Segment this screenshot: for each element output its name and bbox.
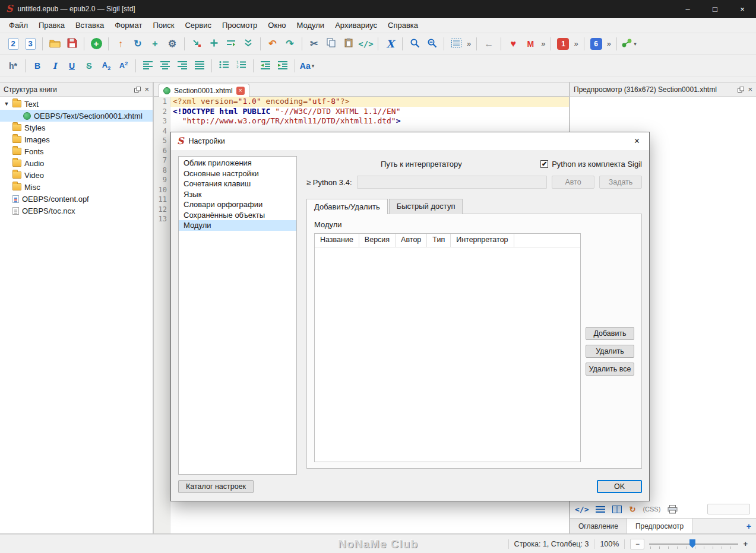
bold-button[interactable]: B — [29, 58, 46, 74]
superscript-button[interactable]: A2 — [115, 58, 132, 74]
set-button[interactable]: Задать — [599, 176, 642, 189]
module-action-button[interactable]: Добавить — [586, 327, 634, 340]
menu-item[interactable]: Вставка — [70, 18, 109, 32]
code-view-button[interactable]: </> — [358, 36, 374, 52]
numbered-list-button[interactable]: 12 — [233, 58, 249, 74]
modules-table[interactable]: НазваниеВерсияАвторТипИнтерпретатор — [314, 233, 581, 462]
modules-table-body[interactable] — [315, 247, 580, 462]
plugin-1-button[interactable]: 1 — [555, 36, 571, 52]
print-icon[interactable] — [668, 505, 678, 514]
tree-item[interactable]: OEBPS/toc.ncx — [0, 205, 153, 217]
modules-column-header[interactable]: Интерпретатор — [451, 234, 514, 247]
cut-button[interactable]: ✂ — [306, 36, 322, 52]
toolbar-overflow-icon[interactable]: » — [572, 39, 580, 48]
edit-toc-button[interactable]: + — [147, 36, 163, 52]
menu-item[interactable]: Правка — [33, 18, 70, 32]
indent-button[interactable] — [274, 58, 291, 74]
bullet-list-button[interactable] — [216, 58, 232, 74]
tab-close-icon[interactable]: × — [236, 87, 245, 95]
preview-refresh-icon[interactable]: ↻ — [629, 506, 635, 513]
plugin-6-button[interactable]: 6 — [588, 36, 605, 52]
menu-item[interactable]: Архивариус — [330, 18, 382, 32]
new-epub2-button[interactable]: 2 — [5, 36, 21, 52]
ok-button[interactable]: OK — [597, 480, 642, 493]
minimize-button[interactable]: – — [674, 0, 701, 18]
menu-item[interactable]: Поиск — [147, 18, 179, 32]
back-button[interactable]: ← — [480, 36, 497, 52]
insert-link-button[interactable] — [223, 36, 239, 52]
module-action-button[interactable]: Удалить — [586, 345, 634, 358]
dialog-close-icon[interactable]: × — [631, 136, 643, 147]
prefs-category-item[interactable]: Язык — [179, 189, 296, 200]
zoom-out-button[interactable]: − — [630, 539, 644, 549]
modules-column-header[interactable]: Название — [315, 234, 359, 247]
code-line[interactable]: 2<!DOCTYPE html PUBLIC "-//W3C//DTD XHTM… — [154, 107, 569, 117]
mail-button[interactable]: M — [522, 36, 539, 52]
plugin-manager-button[interactable]: ▾ — [621, 36, 637, 52]
modules-column-header[interactable]: Версия — [359, 234, 396, 247]
zoom-in-button[interactable]: + — [743, 539, 748, 548]
menu-item[interactable]: Модули — [292, 18, 330, 32]
menu-item[interactable]: Сервис — [179, 18, 217, 32]
tree-item[interactable]: ▼ Text — [0, 98, 153, 110]
tree-caret[interactable]: ▼ — [4, 101, 10, 107]
split-at-cursor-button[interactable] — [240, 36, 257, 52]
bundled-python-checkbox[interactable]: ✔ Python из комплекта Sigil — [540, 160, 642, 169]
zoom-slider[interactable] — [649, 539, 738, 549]
tree-item[interactable]: OEBPS/Text/Section0001.xhtml — [0, 110, 153, 122]
prefs-category-item[interactable]: Основные настройки — [179, 169, 296, 179]
tree-item[interactable]: OEBPS/content.opf — [0, 193, 153, 205]
italic-button[interactable]: I — [46, 58, 63, 74]
tree-item[interactable]: Video — [0, 169, 153, 181]
text-case-button[interactable]: Aa▾ — [299, 58, 315, 74]
prefs-category-item[interactable]: Словари орфографии — [179, 199, 296, 210]
tree-item[interactable]: Images — [0, 134, 153, 145]
plugin-tab[interactable]: Добавить/Удалить — [306, 199, 388, 214]
menu-item[interactable]: Справка — [382, 18, 423, 32]
prefs-category-item[interactable]: Облик приложения — [179, 158, 296, 169]
strikethrough-button[interactable]: S — [81, 58, 97, 74]
menu-item[interactable]: Просмотр — [217, 18, 262, 32]
float-panel-icon[interactable] — [738, 87, 744, 93]
align-left-button[interactable] — [140, 58, 156, 74]
dock-add-icon[interactable]: + — [742, 519, 756, 533]
auto-button[interactable]: Авто — [552, 176, 594, 189]
subscript-button[interactable]: A2 — [98, 58, 115, 74]
open-button[interactable] — [46, 36, 63, 52]
heading-style-button[interactable]: h* — [5, 58, 21, 74]
preview-book-view-icon[interactable] — [612, 506, 622, 513]
update-toc-button[interactable]: ↻ — [129, 36, 146, 52]
settings-directory-button[interactable]: Каталог настроек — [178, 480, 254, 493]
css-badge[interactable]: (CSS) — [643, 506, 660, 513]
copy-button[interactable] — [323, 36, 340, 52]
preview-inspect-icon[interactable] — [596, 506, 605, 513]
toolbar-overflow-icon[interactable]: » — [465, 39, 473, 48]
modules-column-header[interactable]: Тип — [427, 234, 451, 247]
metadata-editor-button[interactable]: ⚙ — [164, 36, 181, 52]
paste-button[interactable] — [340, 36, 357, 52]
interpreter-path-input[interactable] — [357, 176, 547, 189]
insert-file-button[interactable] — [188, 36, 205, 52]
close-panel-icon[interactable]: × — [144, 85, 149, 94]
find-next-button[interactable] — [423, 36, 440, 52]
donate-button[interactable]: ♥ — [505, 36, 521, 52]
find-button[interactable] — [406, 36, 423, 52]
close-panel-icon[interactable]: × — [748, 85, 752, 94]
dock-tab[interactable]: Оглавление — [570, 519, 627, 533]
plugin-tab[interactable]: Быстрый доступ — [389, 199, 463, 214]
preview-code-view-icon[interactable]: </> — [575, 506, 589, 513]
modules-column-header[interactable]: Автор — [396, 234, 427, 247]
close-button[interactable]: × — [729, 0, 756, 18]
dialog-titlebar[interactable]: S Настройки × — [171, 132, 649, 150]
redo-button[interactable]: ↷ — [281, 36, 298, 52]
float-panel-icon[interactable] — [134, 87, 141, 93]
align-center-button[interactable] — [157, 58, 173, 74]
menu-item[interactable]: Файл — [4, 18, 33, 32]
index-editor-button[interactable] — [448, 36, 464, 52]
menu-item[interactable]: Окно — [262, 18, 291, 32]
prefs-category-item[interactable]: Модули — [179, 220, 296, 231]
align-justify-button[interactable] — [191, 58, 208, 74]
tree-item[interactable]: Misc — [0, 181, 153, 193]
code-line[interactable]: 1<?xml version="1.0" encoding="utf-8"?> — [154, 97, 569, 107]
underline-button[interactable]: U — [64, 58, 80, 74]
